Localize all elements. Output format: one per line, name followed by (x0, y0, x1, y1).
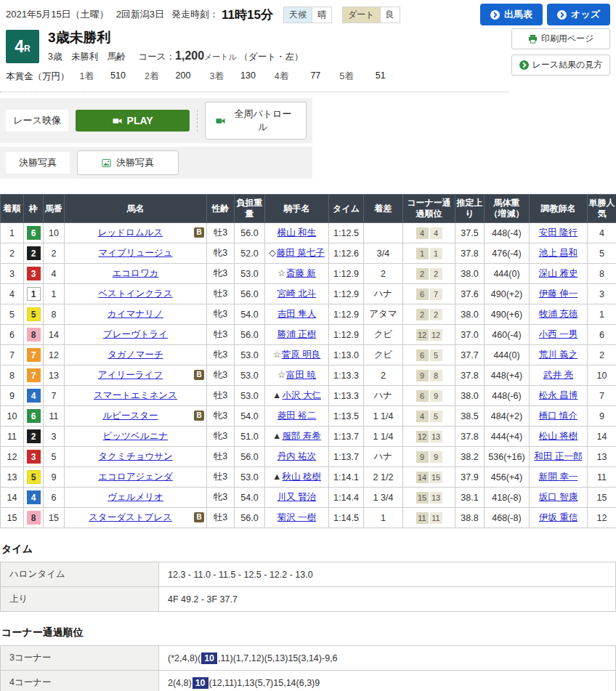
weight-carried: 56.0 (235, 447, 265, 467)
jockey-link[interactable]: 丹内 祐次 (277, 451, 316, 461)
col-bracket: 枠 (24, 195, 44, 223)
jockey-link[interactable]: 勝浦 正樹 (277, 329, 316, 339)
horse-name-link[interactable]: ブレーヴトライ (103, 329, 168, 339)
corner-row-value: 2(4,8)10(12,11)1,13(5,7)15,14(6,3)9 (159, 671, 616, 691)
patrol-video-button[interactable]: 全周パトロール (205, 102, 307, 140)
result-row: 15815Bスターダストプレス牡356.0菊沢 一樹1:14.51111138.… (1, 508, 616, 528)
horse-name-link[interactable]: レッドロムルス (98, 227, 163, 238)
jockey-link[interactable]: 秋山 稔樹 (282, 472, 320, 482)
prize-amount: 130 (234, 70, 256, 83)
corner-3-chip: 15 (416, 492, 429, 504)
jockey-link[interactable]: 吉田 隼人 (277, 309, 316, 319)
margin: クビ (364, 345, 403, 365)
topbar: 2021年5月15日（土曜） 2回新潟3日 発走時刻： 11時15分 天候 晴 … (0, 0, 616, 27)
trainer-link[interactable]: 松永 昌博 (539, 390, 578, 400)
jockey-link[interactable]: 川又 賢治 (277, 492, 316, 502)
result-row: 7712タガノマーチ牝353.0☆菅原 明良1:13.0クビ6537.7444(… (1, 345, 616, 365)
bracket-number: 5 (27, 470, 41, 484)
corner-order-cell: 67 (403, 284, 455, 304)
jockey-link[interactable]: 藤田 菜七子 (277, 248, 325, 258)
margin: ハナ (364, 447, 403, 467)
trainer-link[interactable]: 新開 幸一 (539, 472, 578, 482)
print-page-button[interactable]: 印刷用ページ (511, 28, 610, 49)
corner-order-text: (*2,4,8)( (168, 653, 200, 663)
play-button[interactable]: PLAY (76, 110, 190, 132)
prize-money-label: 本賞金（万円） (6, 70, 70, 83)
trainer-link[interactable]: 伊坂 重信 (539, 512, 578, 522)
apprentice-mark: ◇ (269, 248, 276, 258)
odds-button[interactable]: オッズ (547, 4, 610, 25)
horse-name-cell: ヴェルメリオ (65, 488, 207, 508)
horse-name-link[interactable]: マイブリュージュ (98, 248, 172, 258)
trainer-link[interactable]: 池上 昌和 (539, 248, 578, 258)
bracket-number: 7 (27, 368, 41, 382)
sex-age: 牡3 (207, 467, 235, 488)
horse-name-link[interactable]: エコロアジェンダ (98, 472, 172, 482)
horse-name-cell: Bスターダストプレス (65, 508, 207, 528)
horse-name-link[interactable]: タクミチョウサン (98, 451, 172, 461)
horse-name-link[interactable]: ピッツベルニナ (103, 431, 169, 441)
horse-name-link[interactable]: ベストインクラス (98, 288, 172, 299)
corner-4-chip: 13 (430, 431, 442, 443)
finish-position: 6 (1, 325, 24, 345)
trainer-link[interactable]: 牧浦 充徳 (539, 309, 578, 319)
last-3f: 37.5 (455, 223, 485, 243)
jockey-link[interactable]: 菊沢 一樹 (277, 512, 316, 522)
weight-carried: 54.0 (235, 406, 265, 427)
jockey-link[interactable]: 横山 和生 (277, 227, 316, 238)
win-popularity: 14 (588, 427, 616, 447)
trainer-link[interactable]: 伊藤 伸一 (539, 288, 578, 299)
finish-time: 1:13.7 (329, 447, 364, 467)
apprentice-mark: ☆ (277, 370, 285, 380)
shutsuba-button[interactable]: 出馬表 (480, 4, 543, 25)
sex-age: 牡3 (207, 284, 235, 304)
corner-3-chip: 2 (416, 309, 429, 320)
sex-age: 牝3 (207, 345, 235, 365)
margin: アタマ (364, 304, 403, 325)
win-popularity: 9 (588, 406, 616, 427)
horse-name-link[interactable]: アイリーライフ (98, 370, 163, 380)
trainer-link[interactable]: 荒川 義之 (539, 349, 578, 360)
margin: 1 1/4 (364, 427, 403, 447)
win-popularity: 15 (588, 488, 616, 508)
trainer-link[interactable]: 松山 将樹 (539, 431, 578, 441)
horse-name-link[interactable]: エコロワカ (113, 268, 159, 278)
trainer-link[interactable]: 橋口 慎介 (539, 411, 578, 421)
horse-name-link[interactable]: カイマナリノ (108, 309, 163, 319)
jockey-cell: ☆菅原 明良 (265, 345, 329, 365)
trainer-link[interactable]: 坂口 智康 (539, 492, 578, 502)
trainer-link[interactable]: 深山 雅史 (539, 268, 578, 278)
finish-photo-button[interactable]: 決勝写真 (77, 150, 179, 175)
trainer-link[interactable]: 和田 正一郎 (535, 451, 583, 461)
finish-position: 14 (1, 488, 24, 508)
jockey-link[interactable]: 小沢 大仁 (282, 390, 320, 400)
horse-name-link[interactable]: タガノマーチ (108, 349, 163, 360)
col-horse-name: 馬名 (65, 195, 207, 223)
horse-name-link[interactable]: ルビースター (102, 411, 158, 421)
finish-time: 1:13.5 (329, 406, 364, 427)
jockey-link[interactable]: 服部 寿希 (282, 431, 320, 441)
jockey-link[interactable]: 菱田 裕二 (277, 411, 316, 421)
horse-name-cell: タクミチョウサン (65, 447, 207, 467)
result-guide-button-label: レース結果の見方 (532, 59, 603, 71)
odds-button-label: オッズ (571, 8, 600, 21)
jockey-link[interactable]: 菅原 明良 (282, 349, 320, 360)
result-guide-button[interactable]: レース結果の見方 (511, 54, 610, 76)
horse-weight: 448(-4) (485, 223, 530, 243)
jockey-link[interactable]: 富田 暁 (286, 370, 316, 380)
horse-name-link[interactable]: ヴェルメリオ (108, 492, 163, 502)
corner-3-chip: 6 (416, 390, 429, 402)
trainer-link[interactable]: 小西 一男 (539, 329, 578, 339)
weight-carried: 56.0 (235, 508, 265, 528)
jockey-link[interactable]: 宮崎 北斗 (277, 288, 316, 299)
finish-time: 1:14.4 (329, 488, 364, 508)
horse-name-link[interactable]: スマートエミネンス (94, 390, 177, 400)
jockey-link[interactable]: 斎藤 新 (286, 268, 316, 278)
corner-order-cell: 98 (403, 365, 455, 386)
time-row: 上り4F 49.2 - 3F 37.7 (1, 587, 616, 612)
result-row: 222マイブリュージュ牝352.0◇藤田 菜七子1:12.63/41137.84… (1, 243, 616, 264)
win-popularity: 7 (588, 386, 616, 406)
trainer-link[interactable]: 武井 亮 (543, 370, 573, 380)
trainer-link[interactable]: 安田 隆行 (539, 227, 578, 238)
horse-name-link[interactable]: スターダストプレス (89, 512, 172, 522)
